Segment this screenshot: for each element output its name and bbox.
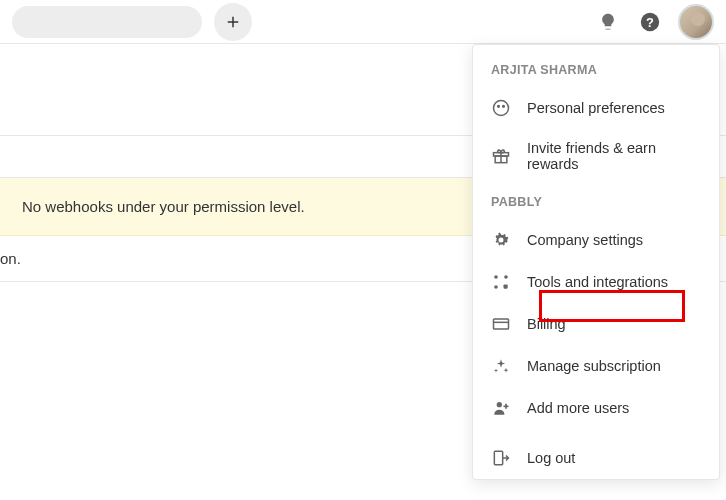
menu-personal-preferences[interactable]: Personal preferences xyxy=(473,87,719,129)
svg-rect-13 xyxy=(504,285,508,289)
svg-point-5 xyxy=(498,106,500,108)
user-avatar[interactable] xyxy=(678,4,714,40)
menu-invite-friends[interactable]: Invite friends & earn rewards xyxy=(473,129,719,183)
hints-button[interactable] xyxy=(594,8,622,36)
menu-log-out[interactable]: Log out xyxy=(473,437,719,479)
face-icon xyxy=(491,98,511,118)
menu-company-settings[interactable]: Company settings xyxy=(473,219,719,261)
svg-point-6 xyxy=(503,106,505,108)
svg-point-11 xyxy=(504,275,508,279)
help-button[interactable]: ? xyxy=(636,8,664,36)
svg-rect-19 xyxy=(494,451,502,464)
add-button[interactable] xyxy=(214,3,252,41)
dropdown-company-section-title: PABBLY xyxy=(473,183,719,219)
menu-billing[interactable]: Billing xyxy=(473,303,719,345)
menu-item-label: Tools and integrations xyxy=(527,274,668,290)
gear-icon xyxy=(491,230,511,250)
user-dropdown-menu: ARJITA SHARMA Personal preferences Invit… xyxy=(472,44,720,480)
header-pill-placeholder[interactable] xyxy=(12,6,202,38)
sparkle-icon xyxy=(491,356,511,376)
menu-manage-subscription[interactable]: Manage subscription xyxy=(473,345,719,387)
lightbulb-icon xyxy=(598,12,618,32)
svg-rect-14 xyxy=(494,319,509,329)
fragment-text: on. xyxy=(0,250,21,267)
header-right: ? xyxy=(594,4,714,40)
menu-item-label: Billing xyxy=(527,316,566,332)
plus-icon xyxy=(224,13,242,31)
help-icon: ? xyxy=(639,11,661,33)
svg-point-16 xyxy=(497,402,502,407)
menu-item-label: Company settings xyxy=(527,232,643,248)
header-left xyxy=(12,3,252,41)
app-header: ? xyxy=(0,0,726,44)
menu-item-label: Manage subscription xyxy=(527,358,661,374)
menu-add-users[interactable]: Add more users xyxy=(473,387,719,429)
credit-card-icon xyxy=(491,314,511,334)
integrations-icon xyxy=(491,272,511,292)
menu-item-label: Invite friends & earn rewards xyxy=(527,140,701,172)
logout-icon xyxy=(491,448,511,468)
add-user-icon xyxy=(491,398,511,418)
svg-point-10 xyxy=(494,275,498,279)
menu-item-label: Log out xyxy=(527,450,575,466)
dropdown-user-section-title: ARJITA SHARMA xyxy=(473,63,719,87)
svg-point-12 xyxy=(494,285,498,289)
svg-point-4 xyxy=(494,101,509,116)
gift-icon xyxy=(491,146,511,166)
menu-item-label: Add more users xyxy=(527,400,629,416)
menu-tools-integrations[interactable]: Tools and integrations xyxy=(473,261,719,303)
warning-text: No webhooks under your permission level. xyxy=(22,198,305,215)
menu-item-label: Personal preferences xyxy=(527,100,665,116)
svg-text:?: ? xyxy=(646,14,654,29)
